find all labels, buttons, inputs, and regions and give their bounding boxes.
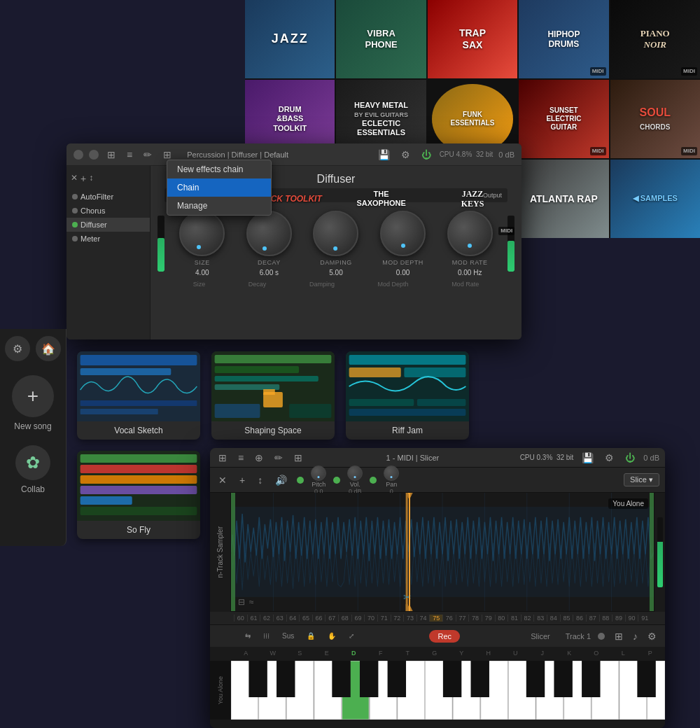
midi-grid-icon[interactable]: ≡	[235, 451, 246, 465]
pitch-knob: Pitch 0.0	[311, 465, 326, 495]
effect-diffuser[interactable]: Diffuser	[66, 218, 150, 232]
midi-save-icon[interactable]: 💾	[579, 451, 596, 465]
pack-piano-noir[interactable]: PianoNoir MIDI	[610, 0, 700, 78]
midi-link-icon[interactable]: ⊕	[252, 451, 266, 465]
ctx-new-effects-chain[interactable]: New effects chain	[167, 160, 271, 178]
min-btn[interactable]	[89, 150, 99, 160]
settings2-icon[interactable]: ⚙	[645, 629, 659, 643]
audio-track-btn[interactable]: 🔊	[272, 473, 290, 487]
svg-rect-17	[349, 409, 466, 416]
bottom-toolbar: ⇆ ⁞⁞⁞ Sus 🔒 ✋ ⤢ Rec Slicer Track 1 ⊞ ♪ ⚙	[210, 624, 665, 647]
vu-right	[507, 216, 514, 272]
panel-icon[interactable]: ⊞	[104, 148, 118, 162]
song-card-riff-jam[interactable]: Riff Jam	[346, 351, 469, 440]
delete-icon[interactable]: ✕	[71, 173, 78, 184]
power-icon[interactable]: ⏻	[419, 148, 434, 162]
slicer-label: Slicer	[531, 632, 550, 640]
svg-rect-63	[248, 661, 267, 697]
note-icon[interactable]: ♪	[630, 629, 640, 643]
piano-keys: You Alone	[210, 661, 665, 720]
pack-hiphop-drums[interactable]: HIPHOPDRUMS MIDI	[519, 0, 608, 78]
effect-chorus[interactable]: Chorus	[66, 204, 150, 218]
vol-knob: Vol. 0 dB	[347, 465, 363, 495]
new-song-button[interactable]: +	[12, 375, 54, 417]
svg-rect-2	[80, 400, 197, 406]
svg-rect-16	[417, 399, 465, 406]
add-track-icon[interactable]: +	[237, 473, 248, 487]
save-icon[interactable]: 💾	[375, 148, 393, 162]
svg-rect-7	[215, 384, 280, 390]
svg-rect-9	[263, 389, 275, 395]
ctx-manage[interactable]: Manage	[167, 197, 271, 215]
piano-keyboard-area: A W S E D F T G Y H U J K O L P You Alon…	[210, 647, 665, 728]
svg-rect-5	[215, 366, 299, 373]
toolbar-hand[interactable]: ✋	[323, 631, 340, 641]
midi-edit-icon[interactable]: ✏	[272, 451, 286, 465]
track-dot	[598, 633, 605, 640]
pack-jazz[interactable]: JAZZ	[245, 0, 335, 78]
context-menu: New effects chain Chain Manage	[167, 160, 272, 216]
delete-track-icon[interactable]: ✕	[216, 473, 230, 487]
svg-rect-18	[80, 454, 197, 463]
pack-trap-sax[interactable]: TRAPSAX	[428, 0, 517, 78]
move-icon[interactable]: ↕	[89, 173, 93, 184]
add-effect-btn[interactable]: +	[80, 173, 86, 184]
midi-bars2-icon[interactable]: ⊞	[291, 451, 305, 465]
knob-decay: Decay 6.00 s	[246, 211, 292, 276]
rec-button[interactable]: Rec	[429, 630, 460, 643]
midi-panel-icon[interactable]: ⊞	[216, 451, 230, 465]
midi-cpu: CPU 0.3% 32 bit	[520, 454, 574, 461]
slicer-icon1[interactable]: ⊟	[238, 597, 245, 607]
param-labels: Size Decay Damping Mod Depth Mod Rate	[150, 279, 522, 289]
pack-sunset-guitar[interactable]: SUNSETELECTRICGUITAR MIDI	[519, 80, 608, 158]
effect-meter[interactable]: Meter	[66, 232, 150, 246]
pack-samples[interactable]: ◀ SAMPLES	[610, 160, 700, 238]
piano-svg	[231, 661, 665, 720]
green-dot3	[370, 477, 377, 484]
ctx-chain[interactable]: Chain	[167, 178, 271, 197]
effect-autofilter[interactable]: AutoFilter	[66, 190, 150, 204]
svg-rect-4	[215, 355, 332, 363]
midi-title: 1 - MIDI | Slicer	[311, 454, 514, 462]
move-track-icon[interactable]: ↕	[255, 473, 265, 487]
settings-icon[interactable]: ⚙	[398, 148, 413, 162]
svg-rect-19	[80, 465, 197, 473]
song-card-vocal-sketch[interactable]: Vocal Sketch	[77, 351, 200, 440]
eq-icon[interactable]: ≈	[249, 597, 254, 607]
svg-rect-11	[289, 404, 331, 418]
track-name-overlay: You Alone	[608, 498, 648, 509]
new-song-label: New song	[14, 421, 51, 431]
pack-atlanta-rap[interactable]: ATLANTA RAP	[519, 160, 608, 238]
midi-transport: ✕ + ↕ 🔊 Pitch 0.0 Vol. 0 dB Pan 0 Slice …	[210, 468, 665, 493]
grid-btn[interactable]: ⊞	[612, 629, 626, 643]
midi-settings-icon[interactable]: ⚙	[602, 451, 617, 465]
settings-sidebar-btn[interactable]: ⚙	[5, 336, 30, 361]
toolbar-scroll[interactable]: ⤢	[344, 631, 358, 641]
toolbar-dots[interactable]: ⁞⁞⁞	[259, 631, 274, 641]
svg-rect-23	[80, 507, 197, 515]
slicer-waveform-area[interactable]: You Alone	[231, 493, 654, 612]
knob-mod-depth: Mod Depth 0.00	[380, 211, 426, 276]
edit-icon[interactable]: ✏	[141, 148, 155, 162]
svg-rect-3	[80, 409, 158, 414]
song-card-so-fly[interactable]: So Fly	[77, 451, 200, 539]
home-sidebar-btn[interactable]: 🏠	[36, 336, 61, 361]
toolbar-sus[interactable]: Sus	[278, 631, 298, 641]
song-card-shaping-space[interactable]: Shaping Space	[211, 351, 335, 440]
toolbar-arrows[interactable]: ⇆	[241, 631, 255, 641]
pack-soul-chords[interactable]: SOULChords MIDI	[610, 80, 700, 158]
vu-left	[158, 216, 164, 272]
right-vu-strip	[654, 493, 665, 612]
bars-icon[interactable]: ≡	[124, 148, 135, 162]
svg-rect-12	[349, 355, 466, 365]
toolbar-lock[interactable]: 🔒	[302, 631, 319, 641]
midi-slicer-window: ⊞ ≡ ⊕ ✏ ⊞ 1 - MIDI | Slicer CPU 0.3% 32 …	[210, 448, 665, 728]
playhead[interactable]	[409, 493, 410, 611]
collab-icon[interactable]: ✿	[15, 445, 50, 480]
slicer-mode-dropdown[interactable]: Slice ▾	[624, 473, 659, 486]
pack-vibraphone[interactable]: VIBRAPHONE	[336, 0, 426, 78]
close-btn[interactable]	[74, 150, 83, 160]
midi-power-icon[interactable]: ⏻	[622, 451, 638, 465]
instrument-label: n-Track Sampler	[216, 526, 224, 578]
svg-rect-73	[637, 661, 655, 697]
